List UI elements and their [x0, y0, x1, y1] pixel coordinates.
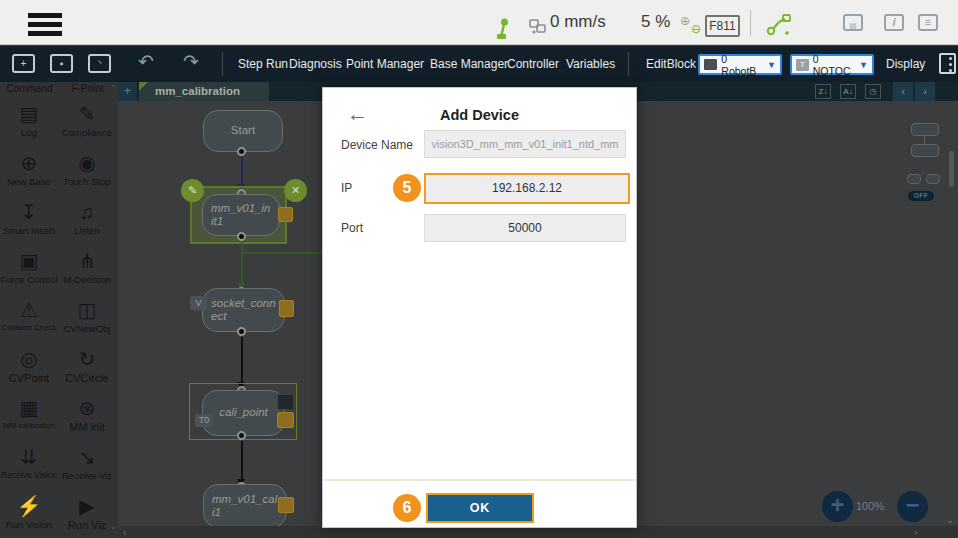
edit-node-icon[interactable]: ✎	[181, 179, 204, 202]
zoom-out-button[interactable]: −	[897, 491, 928, 522]
cvpoint-icon: ◎	[0, 344, 58, 372]
robot-arm-icon[interactable]	[765, 14, 791, 36]
sidebar-item-m-decision[interactable]: ⋔M-Decision	[58, 246, 116, 285]
listen-icon: ♫	[58, 197, 116, 225]
ip-label: IP	[341, 181, 352, 195]
command-sidebar: Command F-Point ▤Log ✎Compliance ⊕New Ba…	[0, 82, 118, 538]
template-pair-icon-a[interactable]	[907, 174, 921, 184]
toolbar-divider-2	[628, 52, 629, 76]
socket-output-port[interactable]	[237, 327, 246, 336]
sidebar-item-new-base[interactable]: ⊕New Base	[0, 148, 58, 187]
template-pair-icon-b[interactable]	[926, 174, 940, 184]
force-control-icon: ▣	[0, 246, 58, 274]
sidebar-item-receive-viz[interactable]: ↘Receive Viz	[58, 442, 116, 481]
log-icon: ▤	[0, 99, 58, 127]
ip-field[interactable]: 192.168.2.12	[424, 173, 630, 204]
node-cali-point[interactable]: cali_point	[202, 390, 285, 436]
connector-start-init	[241, 157, 243, 185]
sidebar-item-smart-insert[interactable]: ↧Smart Insert	[0, 197, 58, 236]
sort-za-icon[interactable]: Z↓	[815, 84, 831, 99]
side-panel-toggle-icon[interactable]	[939, 53, 956, 74]
cvnewobj-icon: ◫	[58, 295, 116, 323]
cali2-node-badge-icon	[278, 497, 294, 513]
sidebar-item-touch-stop[interactable]: ◉Touch Stop	[58, 148, 116, 187]
canvas-vscrollbar-thumb[interactable]	[949, 151, 954, 187]
robot-base-dropdown[interactable]: 0 RobotB ▼	[698, 54, 782, 75]
sort-az-icon[interactable]: A↓	[840, 84, 856, 99]
menu-base-manager[interactable]: Base Manager	[430, 46, 508, 82]
sidebar-item-log[interactable]: ▤Log	[0, 99, 58, 138]
template-node-icon-2[interactable]	[911, 144, 939, 157]
speed-increase-icon[interactable]: ⊕	[680, 14, 690, 28]
device-name-field: vision3D_mm_mm_v01_init1_ntd_mm	[424, 130, 626, 158]
speed-decrease-icon[interactable]: ⊖	[691, 22, 701, 36]
canvas-scroll-down-icon[interactable]: ⌄	[946, 514, 954, 525]
sidebar-item-receive-vision[interactable]: ⇊Receive Vision	[0, 442, 58, 480]
sidebar-item-compliance[interactable]: ✎Compliance	[58, 99, 116, 138]
frame-badge[interactable]: F811	[705, 15, 740, 37]
main-toolbar: + ▪ ◝ ↶ ↷ Step Run Diagnosis Point Manag…	[0, 46, 958, 82]
info-icon[interactable]: i	[884, 14, 904, 31]
menu-variables[interactable]: Variables	[566, 46, 615, 82]
new-program-icon[interactable]: +	[12, 54, 35, 73]
tab-mm-calibration[interactable]: mm_calibration	[139, 82, 269, 101]
sidebar-item-cvnewobj[interactable]: ◫CVNewObj	[58, 295, 116, 334]
hamburger-menu-icon[interactable]	[28, 13, 62, 37]
sidebar-item-run-viz[interactable]: ▶Run Viz	[58, 491, 116, 531]
sidebar-item-collision-check[interactable]: ⚠Collision Check	[0, 295, 58, 332]
sidebar-item-f-point[interactable]: F-Point	[58, 83, 117, 94]
ok-button[interactable]: OK	[426, 493, 534, 523]
menu-display[interactable]: Display	[886, 46, 925, 82]
mm-calibration-icon: ▦	[0, 393, 58, 421]
redo-icon[interactable]: ↷	[183, 50, 199, 73]
node-mm-v01-cali1[interactable]: mm_v01_cali1	[203, 484, 287, 526]
delete-node-icon[interactable]: ✕	[284, 179, 307, 202]
template-node-icon[interactable]	[911, 123, 939, 136]
menu-point-manager[interactable]: Point Manager	[346, 46, 424, 82]
chevron-down-icon: ▼	[767, 60, 776, 70]
sidebar-item-cvpoint[interactable]: ◎CVPoint	[0, 344, 58, 384]
node-mm-v01-init1[interactable]: mm_v01_init1	[202, 194, 280, 236]
log-doc-icon[interactable]: ≡	[918, 14, 938, 31]
sidebar-item-force-control[interactable]: ▣Force Control	[0, 246, 58, 285]
init-output-port[interactable]	[237, 232, 246, 241]
menu-controller[interactable]: Controller	[507, 46, 559, 82]
robot-speed-icon	[528, 17, 547, 35]
zoom-in-button[interactable]: +	[822, 491, 853, 522]
dialog-footer-divider	[323, 479, 636, 481]
cali-node-badge-icon	[277, 412, 294, 428]
canvas-scroll-up-icon[interactable]: ⌃	[946, 101, 954, 108]
scroll-left-icon[interactable]: ‹	[123, 527, 126, 538]
start-output-port[interactable]	[237, 147, 246, 156]
tool-icon: T	[796, 59, 809, 71]
sidebar-item-mm-calibration[interactable]: ▦MM calibration	[0, 393, 58, 430]
scroll-right-icon[interactable]: ›	[914, 527, 917, 538]
connector-cali-cali2	[241, 441, 243, 480]
menu-diagnosis[interactable]: Diagnosis	[289, 46, 342, 82]
sort-time-icon[interactable]: ◷	[865, 84, 881, 99]
tool-dropdown[interactable]: T 0 NOTOC ▼	[790, 54, 874, 75]
open-program-icon[interactable]: ◝	[88, 54, 111, 73]
undo-icon[interactable]: ↶	[138, 50, 154, 73]
mm-init-icon: ⊛	[58, 393, 116, 421]
cali-output-port[interactable]	[237, 431, 246, 440]
tab-next-icon[interactable]: ›	[915, 82, 935, 101]
add-tab-button[interactable]: +	[118, 82, 137, 101]
tab-prev-icon[interactable]: ‹	[893, 82, 913, 101]
save-program-icon[interactable]: ▪	[50, 54, 73, 73]
menu-step-run[interactable]: Step Run	[238, 46, 288, 82]
menu-editblock[interactable]: EditBlock	[646, 46, 696, 82]
run-vision-icon: ⚡	[0, 491, 58, 519]
sidebar-item-run-vision[interactable]: ⚡Run Vision	[0, 491, 58, 530]
sidebar-item-listen[interactable]: ♫Listen	[58, 197, 116, 236]
top-status-bar: 0 mm/s 5 % ⊕ ⊖ F811 ▤ i ≡	[0, 0, 958, 45]
node-socket-connect[interactable]: socket_connect	[202, 288, 285, 332]
collision-check-icon: ⚠	[0, 295, 58, 323]
node-start[interactable]: Start	[203, 110, 283, 152]
sidebar-item-mm-init[interactable]: ⊛MM init	[58, 393, 116, 433]
keyboard-icon[interactable]: ▤	[843, 14, 863, 31]
port-field[interactable]: 50000	[424, 214, 626, 242]
template-toggle[interactable]: OFF	[908, 191, 934, 201]
sidebar-item-cvcircle[interactable]: ↻CVCircle	[58, 344, 116, 384]
sidebar-item-command[interactable]: Command	[0, 83, 59, 94]
